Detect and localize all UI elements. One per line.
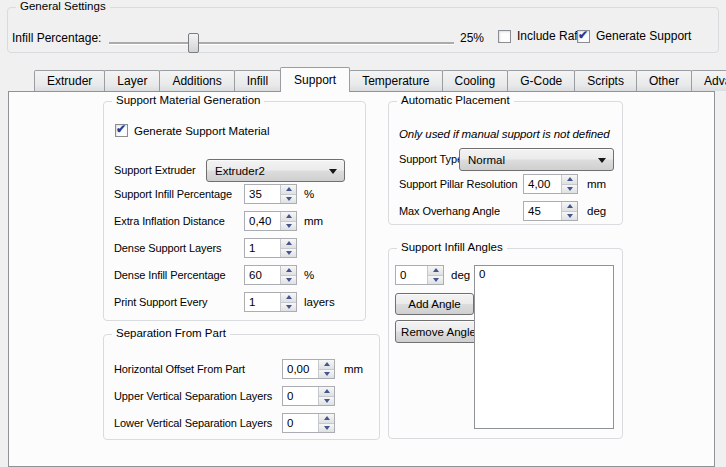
- arrow-up-icon: [433, 268, 439, 272]
- setting-label: Upper Vertical Separation Layers: [114, 390, 272, 402]
- spinner-buttons: [280, 293, 296, 311]
- tab-infill[interactable]: Infill: [234, 70, 281, 91]
- include-raft-label: Include Raft: [517, 29, 581, 43]
- support-infill-percentage-spinner[interactable]: 35: [244, 184, 297, 204]
- checkmark-icon: ✔: [578, 28, 588, 42]
- upper-vertical-separation-spinner[interactable]: 0: [282, 386, 335, 406]
- tab-advanced[interactable]: Advanced: [691, 70, 726, 91]
- spin-down-button[interactable]: [281, 302, 296, 312]
- arrow-down-icon: [286, 197, 292, 201]
- spin-up-button[interactable]: [281, 293, 296, 302]
- spinner-value: 0,40: [245, 212, 280, 230]
- unit-label: mm: [344, 363, 363, 375]
- support-tab-page: Support Material Generation ✔ Generate S…: [8, 91, 715, 467]
- checkbox-box: ✔: [498, 30, 511, 43]
- tab-extruder[interactable]: Extruder: [34, 70, 105, 91]
- tab-cooling[interactable]: Cooling: [442, 70, 509, 91]
- spin-up-button[interactable]: [562, 202, 577, 211]
- tab-scripts[interactable]: Scripts: [574, 70, 637, 91]
- arrow-down-icon: [324, 399, 330, 403]
- arrow-down-icon: [286, 305, 292, 309]
- spinner-buttons: [318, 414, 334, 432]
- dense-support-layers-spinner[interactable]: 1: [244, 238, 297, 258]
- tab-support[interactable]: Support: [280, 67, 350, 92]
- generate-support-material-checkbox[interactable]: ✔ Generate Support Material: [115, 124, 270, 137]
- support-infill-angles-group: Support Infill Angles 0 deg Add Angle Re…: [388, 248, 623, 439]
- spinner-value: 45: [524, 202, 561, 220]
- tab-additions[interactable]: Additions: [159, 70, 234, 91]
- print-support-every-spinner[interactable]: 1: [244, 292, 297, 312]
- include-raft-checkbox[interactable]: ✔ Include Raft: [498, 29, 581, 43]
- setting-label: Lower Vertical Separation Layers: [114, 417, 272, 429]
- slider-handle[interactable]: [188, 33, 199, 53]
- dense-infill-percentage-spinner[interactable]: 60: [244, 265, 297, 285]
- infill-percentage-slider[interactable]: [107, 33, 456, 53]
- spin-down-button[interactable]: [319, 396, 334, 406]
- automatic-placement-note: Only used if manual support is not defin…: [399, 128, 610, 140]
- spin-up-button[interactable]: [562, 175, 577, 184]
- spin-down-button[interactable]: [281, 194, 296, 204]
- spin-up-button[interactable]: [428, 266, 443, 275]
- infill-percentage-value: 25%: [460, 31, 484, 45]
- checkbox-box: ✔: [577, 30, 590, 43]
- checkbox-box: ✔: [115, 124, 128, 137]
- group-title: Support Infill Angles: [397, 241, 507, 253]
- setting-row: Support Pillar Resolution 4,00 mm: [399, 174, 618, 194]
- settings-tabbar: Extruder Layer Additions Infill Support …: [34, 68, 726, 92]
- tab-temperature[interactable]: Temperature: [349, 70, 442, 91]
- spinner-buttons: [561, 202, 577, 220]
- arrow-up-icon: [567, 177, 573, 181]
- setting-row: Horizontal Offset From Part 0,00 mm: [114, 359, 375, 379]
- support-type-select[interactable]: Normal: [459, 148, 614, 171]
- tab-other[interactable]: Other: [636, 70, 692, 91]
- group-title: General Settings: [16, 0, 110, 12]
- infill-percentage-label: Infill Percentage:: [12, 31, 101, 45]
- setting-label: Dense Support Layers: [114, 242, 221, 254]
- extra-inflation-distance-spinner[interactable]: 0,40: [244, 211, 297, 231]
- angles-listbox[interactable]: 0: [474, 265, 614, 429]
- arrow-up-icon: [286, 295, 292, 299]
- spin-down-button[interactable]: [428, 275, 443, 285]
- list-item[interactable]: 0: [475, 266, 613, 280]
- general-settings-group: General Settings Infill Percentage: 25% …: [7, 7, 719, 53]
- unit-label: layers: [304, 296, 335, 308]
- spin-up-button[interactable]: [281, 239, 296, 248]
- add-angle-button[interactable]: Add Angle: [395, 293, 474, 315]
- chevron-down-icon: [598, 158, 606, 163]
- lower-vertical-separation-spinner[interactable]: 0: [282, 413, 335, 433]
- spin-up-button[interactable]: [281, 212, 296, 221]
- spin-down-button[interactable]: [281, 221, 296, 231]
- spinner-value: 1: [245, 293, 280, 311]
- support-extruder-select[interactable]: Extruder2: [206, 159, 345, 182]
- horizontal-offset-spinner[interactable]: 0,00: [282, 359, 335, 379]
- setting-label: Extra Inflation Distance: [114, 215, 225, 227]
- spin-up-button[interactable]: [281, 185, 296, 194]
- spin-down-button[interactable]: [562, 211, 577, 221]
- max-overhang-angle-spinner[interactable]: 45: [523, 201, 578, 221]
- spin-down-button[interactable]: [562, 184, 577, 194]
- spin-down-button[interactable]: [319, 369, 334, 379]
- support-material-generation-group: Support Material Generation ✔ Generate S…: [103, 101, 366, 321]
- spin-up-button[interactable]: [319, 387, 334, 396]
- setting-label: Print Support Every: [114, 296, 207, 308]
- spin-up-button[interactable]: [319, 414, 334, 423]
- tab-gcode[interactable]: G-Code: [507, 70, 575, 91]
- angle-spinner[interactable]: 0: [395, 265, 444, 285]
- arrow-down-icon: [324, 372, 330, 376]
- support-pillar-resolution-spinner[interactable]: 4,00: [523, 174, 578, 194]
- spin-down-button[interactable]: [281, 275, 296, 285]
- remove-angle-button[interactable]: Remove Angle: [395, 320, 482, 343]
- generate-support-checkbox[interactable]: ✔ Generate Support: [577, 29, 691, 43]
- unit-label: mm: [304, 215, 323, 227]
- tab-layer[interactable]: Layer: [104, 70, 160, 91]
- spinner-value: 1: [245, 239, 280, 257]
- spinner-value: 4,00: [524, 175, 561, 193]
- setting-row: Lower Vertical Separation Layers 0: [114, 413, 375, 433]
- spin-down-button[interactable]: [281, 248, 296, 258]
- group-title: Support Material Generation: [112, 94, 264, 106]
- group-title: Separation From Part: [112, 327, 230, 339]
- spin-down-button[interactable]: [319, 423, 334, 433]
- spin-up-button[interactable]: [319, 360, 334, 369]
- spin-up-button[interactable]: [281, 266, 296, 275]
- spinner-value: 0: [396, 266, 427, 284]
